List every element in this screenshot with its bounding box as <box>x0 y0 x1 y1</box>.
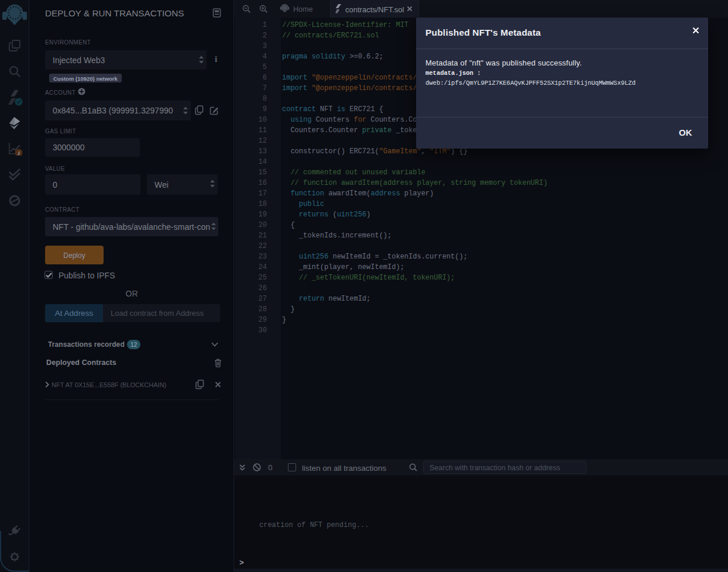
svg-text:1: 1 <box>18 150 20 156</box>
